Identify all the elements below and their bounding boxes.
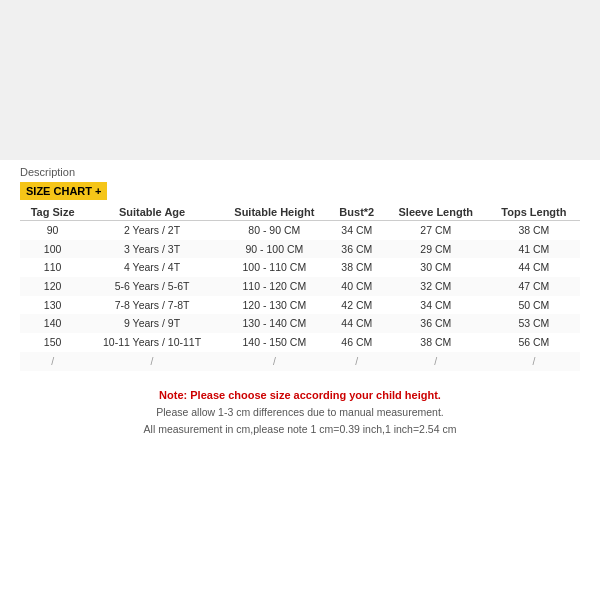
cell-r5-c1: 9 Years / 9T (85, 314, 219, 333)
size-chart-section: SIZE CHART + Tag SizeSuitable AgeSuitabl… (0, 182, 600, 381)
table-row: ////// (20, 352, 580, 371)
col-header-0: Tag Size (20, 204, 85, 221)
cell-r2-c4: 30 CM (384, 258, 488, 277)
cell-r6-c0: 150 (20, 333, 85, 352)
cell-r5-c5: 53 CM (488, 314, 580, 333)
cell-r0-c0: 90 (20, 221, 85, 240)
cell-r3-c3: 40 CM (330, 277, 384, 296)
cell-r1-c3: 36 CM (330, 240, 384, 259)
cell-r0-c3: 34 CM (330, 221, 384, 240)
cell-r7-c4: / (384, 352, 488, 371)
cell-r1-c0: 100 (20, 240, 85, 259)
cell-r1-c4: 29 CM (384, 240, 488, 259)
table-row: 1409 Years / 9T130 - 140 CM44 CM36 CM53 … (20, 314, 580, 333)
cell-r4-c3: 42 CM (330, 296, 384, 315)
size-table: Tag SizeSuitable AgeSuitable HeightBust*… (20, 204, 580, 371)
note-line1: Note: Please choose size according your … (20, 387, 580, 405)
cell-r6-c1: 10-11 Years / 10-11T (85, 333, 219, 352)
cell-r1-c2: 90 - 100 CM (219, 240, 330, 259)
cell-r2-c3: 38 CM (330, 258, 384, 277)
col-header-2: Suitable Height (219, 204, 330, 221)
col-header-1: Suitable Age (85, 204, 219, 221)
description-label: Description (0, 160, 600, 182)
cell-r5-c2: 130 - 140 CM (219, 314, 330, 333)
top-space (0, 0, 600, 160)
cell-r2-c1: 4 Years / 4T (85, 258, 219, 277)
cell-r5-c3: 44 CM (330, 314, 384, 333)
cell-r0-c5: 38 CM (488, 221, 580, 240)
cell-r3-c4: 32 CM (384, 277, 488, 296)
table-row: 1104 Years / 4T100 - 110 CM38 CM30 CM44 … (20, 258, 580, 277)
cell-r6-c2: 140 - 150 CM (219, 333, 330, 352)
table-row: 1003 Years / 3T90 - 100 CM36 CM29 CM41 C… (20, 240, 580, 259)
cell-r4-c4: 34 CM (384, 296, 488, 315)
cell-r7-c3: / (330, 352, 384, 371)
table-row: 902 Years / 2T80 - 90 CM34 CM27 CM38 CM (20, 221, 580, 240)
cell-r4-c0: 130 (20, 296, 85, 315)
cell-r2-c5: 44 CM (488, 258, 580, 277)
page-wrapper: Description SIZE CHART + Tag SizeSuitabl… (0, 0, 600, 600)
cell-r1-c1: 3 Years / 3T (85, 240, 219, 259)
cell-r3-c0: 120 (20, 277, 85, 296)
cell-r4-c1: 7-8 Years / 7-8T (85, 296, 219, 315)
table-row: 1307-8 Years / 7-8T120 - 130 CM42 CM34 C… (20, 296, 580, 315)
col-header-3: Bust*2 (330, 204, 384, 221)
cell-r5-c4: 36 CM (384, 314, 488, 333)
col-header-5: Tops Length (488, 204, 580, 221)
note-line3: All measurement in cm,please note 1 cm=0… (20, 421, 580, 438)
cell-r6-c3: 46 CM (330, 333, 384, 352)
cell-r7-c0: / (20, 352, 85, 371)
cell-r4-c2: 120 - 130 CM (219, 296, 330, 315)
cell-r0-c2: 80 - 90 CM (219, 221, 330, 240)
table-row: 15010-11 Years / 10-11T140 - 150 CM46 CM… (20, 333, 580, 352)
cell-r3-c1: 5-6 Years / 5-6T (85, 277, 219, 296)
note-section: Note: Please choose size according your … (0, 381, 600, 444)
cell-r0-c4: 27 CM (384, 221, 488, 240)
note-line2: Please allow 1-3 cm differences due to m… (20, 404, 580, 421)
cell-r3-c2: 110 - 120 CM (219, 277, 330, 296)
cell-r6-c4: 38 CM (384, 333, 488, 352)
cell-r2-c2: 100 - 110 CM (219, 258, 330, 277)
cell-r5-c0: 140 (20, 314, 85, 333)
cell-r6-c5: 56 CM (488, 333, 580, 352)
cell-r7-c2: / (219, 352, 330, 371)
cell-r0-c1: 2 Years / 2T (85, 221, 219, 240)
cell-r4-c5: 50 CM (488, 296, 580, 315)
cell-r1-c5: 41 CM (488, 240, 580, 259)
col-header-4: Sleeve Length (384, 204, 488, 221)
cell-r2-c0: 110 (20, 258, 85, 277)
table-header-row: Tag SizeSuitable AgeSuitable HeightBust*… (20, 204, 580, 221)
table-row: 1205-6 Years / 5-6T110 - 120 CM40 CM32 C… (20, 277, 580, 296)
size-chart-header[interactable]: SIZE CHART + (20, 182, 107, 200)
cell-r7-c5: / (488, 352, 580, 371)
cell-r7-c1: / (85, 352, 219, 371)
cell-r3-c5: 47 CM (488, 277, 580, 296)
